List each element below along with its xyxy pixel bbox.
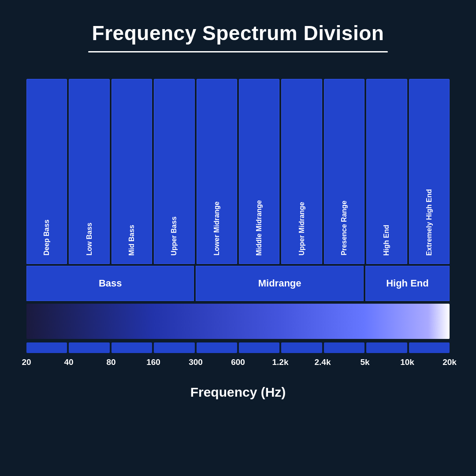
- band-label-3: Upper Bass: [170, 216, 178, 256]
- freq-tick-5: [239, 342, 279, 353]
- group-label-0: Bass: [99, 278, 122, 289]
- x-axis-title: Frequency (Hz): [190, 385, 286, 400]
- band-cell-2: Mid Bass: [112, 79, 152, 264]
- freq-tick-2: [112, 342, 152, 353]
- freq-label-0: 20: [22, 357, 31, 367]
- freq-tick-4: [197, 342, 237, 353]
- band-cell-0: Deep Bass: [26, 79, 67, 264]
- freq-label-9: 10k: [400, 357, 414, 367]
- freq-labels-row: 2040801603006001.2k2.4k5k10k20k: [26, 357, 450, 371]
- freq-label-7: 2.4k: [315, 357, 331, 367]
- title-underline: [88, 51, 388, 52]
- band-label-0: Deep Bass: [43, 219, 51, 256]
- band-label-7: Presence Range: [340, 201, 348, 256]
- band-cell-3: Upper Bass: [154, 79, 194, 264]
- group-label-1: Midrange: [258, 278, 301, 289]
- freq-label-6: 1.2k: [272, 357, 289, 367]
- band-cell-5: Middle Midrange: [239, 79, 279, 264]
- band-label-9: Extremely High End: [425, 189, 433, 256]
- spectrum-bar: [26, 304, 450, 339]
- freq-tick-7: [324, 342, 364, 353]
- freq-label-2: 80: [106, 357, 115, 367]
- band-label-8: High End: [383, 225, 390, 256]
- freq-tick-3: [154, 342, 194, 353]
- freq-label-4: 300: [189, 357, 203, 367]
- freq-label-8: 5k: [360, 357, 369, 367]
- band-cell-7: Presence Range: [324, 79, 364, 264]
- freq-tick-9: [409, 342, 450, 353]
- group-label-2: High End: [386, 278, 429, 289]
- freq-label-1: 40: [64, 357, 73, 367]
- band-label-1: Low Bass: [86, 223, 93, 256]
- bands-row: Deep BassLow BassMid BassUpper BassLower…: [26, 79, 450, 264]
- band-label-2: Mid Bass: [128, 225, 136, 256]
- freq-label-10: 20k: [443, 357, 457, 367]
- band-cell-4: Lower Midrange: [197, 79, 237, 264]
- group-cell-0: Bass: [26, 266, 194, 301]
- page-title: Frequency Spectrum Division: [92, 21, 384, 45]
- freq-tick-8: [366, 342, 407, 353]
- chart-area: Deep BassLow BassMid BassUpper BassLower…: [26, 79, 450, 371]
- title-section: Frequency Spectrum Division: [0, 0, 476, 61]
- band-cell-9: Extremely High End: [409, 79, 450, 264]
- groups-row: BassMidrangeHigh End: [26, 266, 450, 301]
- freq-ticks-row: [26, 342, 450, 353]
- freq-tick-0: [26, 342, 67, 353]
- freq-tick-6: [281, 342, 322, 353]
- group-cell-2: High End: [365, 266, 450, 301]
- band-cell-1: Low Bass: [69, 79, 109, 264]
- band-cell-8: High End: [366, 79, 407, 264]
- band-label-6: Upper Midrange: [298, 202, 306, 256]
- freq-label-5: 600: [231, 357, 245, 367]
- band-cell-6: Upper Midrange: [281, 79, 322, 264]
- band-label-4: Lower Midrange: [213, 201, 221, 256]
- band-label-5: Middle Midrange: [255, 200, 263, 256]
- freq-label-3: 160: [146, 357, 160, 367]
- group-cell-1: Midrange: [196, 266, 363, 301]
- freq-tick-1: [69, 342, 109, 353]
